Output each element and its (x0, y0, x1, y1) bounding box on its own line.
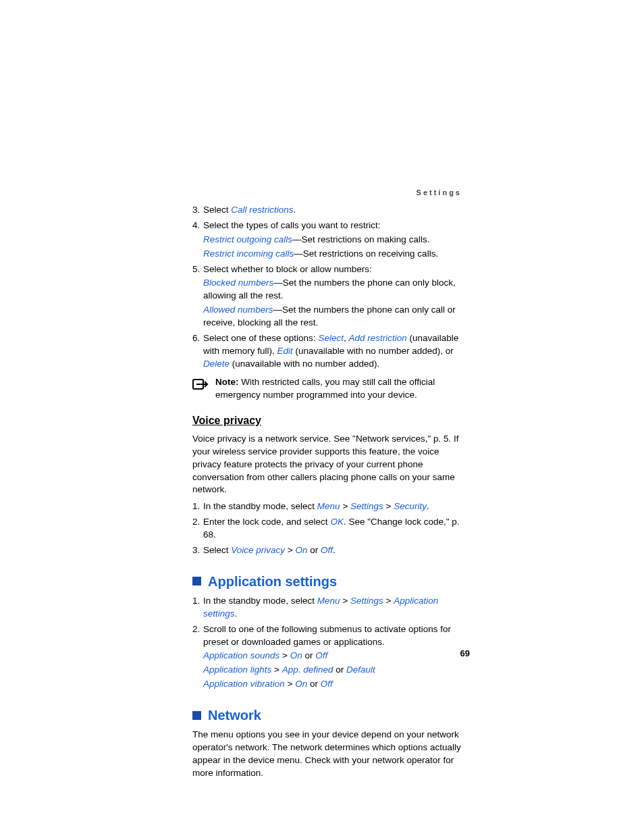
step-number: 3. (192, 544, 203, 557)
link-add-restriction[interactable]: Add restriction (348, 333, 406, 343)
heading-text: Application settings (208, 572, 337, 591)
link-security[interactable]: Security (394, 501, 427, 511)
step-text: Select whether to block or allow numbers… (203, 263, 466, 330)
text: —Set restrictions on making calls. (292, 234, 429, 244)
step-number: 2. (192, 623, 203, 691)
link-call-restrictions[interactable]: Call restrictions (231, 205, 293, 215)
link-on[interactable]: On (295, 545, 307, 555)
link-application-vibration[interactable]: Application vibration (203, 679, 285, 689)
step-text: In the standby mode, select Menu > Setti… (203, 595, 466, 621)
text: > (271, 664, 281, 675)
link-delete[interactable]: Delete (203, 359, 230, 369)
text: Select whether to block or allow numbers… (203, 264, 372, 274)
text: or (307, 545, 321, 555)
text: . (294, 205, 296, 215)
step-5: 5. Select whether to block or allow numb… (192, 263, 466, 330)
text: . (427, 501, 429, 511)
link-menu[interactable]: Menu (317, 501, 340, 511)
link-settings[interactable]: Settings (350, 596, 383, 606)
note-text: Note: With restricted calls, you may sti… (215, 376, 466, 402)
heading-application-settings: Application settings (192, 572, 466, 591)
link-settings[interactable]: Settings (350, 501, 383, 511)
steps-list-app-settings: 1. In the standby mode, select Menu > Se… (192, 595, 466, 691)
text: Select the types of calls you want to re… (203, 220, 381, 230)
heading-network: Network (192, 706, 466, 725)
heading-text: Network (208, 706, 261, 725)
note-icon (192, 376, 215, 402)
page: Settings 3. Select Call restrictions. 4.… (0, 0, 644, 834)
note-block: Note: With restricted calls, you may sti… (192, 376, 466, 402)
square-bullet-icon (192, 711, 201, 720)
text: Select (203, 205, 231, 215)
link-app-defined[interactable]: App. defined (282, 664, 333, 675)
step-6: 6. Select one of these options: Select, … (192, 332, 466, 371)
text: or (307, 679, 321, 689)
link-voice-privacy[interactable]: Voice privacy (231, 545, 285, 555)
as-step-1: 1. In the standby mode, select Menu > Se… (192, 595, 466, 621)
text: Enter the lock code, and select (203, 517, 330, 527)
step-3: 3. Select Call restrictions. (192, 204, 466, 217)
link-allowed-numbers[interactable]: Allowed numbers (203, 305, 273, 315)
step-text: In the standby mode, select Menu > Setti… (203, 500, 466, 513)
heading-voice-privacy: Voice privacy (192, 413, 466, 428)
text: In the standby mode, select (203, 501, 317, 511)
link-select[interactable]: Select (318, 333, 344, 343)
text: In the standby mode, select (203, 596, 317, 606)
text: —Set restrictions on receiving calls. (294, 249, 438, 259)
text: Scroll to one of the following submenus … (203, 624, 451, 647)
text: Select (203, 545, 231, 555)
page-number: 69 (460, 648, 470, 660)
square-bullet-icon (192, 577, 201, 585)
vp-step-2: 2. Enter the lock code, and select OK. S… (192, 516, 466, 542)
step-text: Select one of these options: Select, Add… (203, 332, 466, 371)
step-number: 3. (192, 204, 203, 217)
step-text: Enter the lock code, and select OK. See … (203, 516, 466, 542)
link-application-lights[interactable]: Application lights (203, 664, 271, 675)
text: > (383, 596, 394, 606)
step-text: Select Voice privacy > On or Off. (203, 544, 466, 557)
text: (unavailable with no number added), or (293, 346, 454, 356)
as-step-2: 2. Scroll to one of the following submen… (192, 623, 466, 691)
step-4: 4. Select the types of calls you want to… (192, 219, 466, 261)
link-off[interactable]: Off (321, 545, 333, 555)
link-off[interactable]: Off (321, 679, 333, 689)
step-number: 4. (192, 219, 203, 261)
step-number: 2. (192, 516, 203, 542)
link-on[interactable]: On (290, 650, 302, 660)
voice-privacy-paragraph: Voice privacy is a network service. See … (192, 433, 466, 496)
text: > (279, 650, 290, 660)
vp-step-3: 3. Select Voice privacy > On or Off. (192, 544, 466, 557)
text: or (333, 664, 347, 675)
steps-list-voice-privacy: 1. In the standby mode, select Menu > Se… (192, 500, 466, 557)
step-text: Select the types of calls you want to re… (203, 219, 466, 261)
text: . (333, 545, 336, 555)
text: . (235, 608, 238, 619)
network-paragraph: The menu options you see in your device … (192, 729, 466, 780)
link-restrict-outgoing[interactable]: Restrict outgoing calls (203, 234, 292, 244)
step-number: 1. (192, 500, 203, 513)
step-text: Select Call restrictions. (203, 204, 466, 217)
link-blocked-numbers[interactable]: Blocked numbers (203, 278, 273, 288)
link-ok[interactable]: OK (330, 517, 344, 527)
text: > (340, 501, 350, 511)
link-on[interactable]: On (295, 679, 307, 689)
link-off[interactable]: Off (315, 650, 327, 660)
link-default[interactable]: Default (346, 664, 375, 675)
link-application-sounds[interactable]: Application sounds (203, 650, 279, 660)
link-restrict-incoming[interactable]: Restrict incoming calls (203, 249, 294, 259)
text: > (285, 679, 295, 689)
steps-list-1: 3. Select Call restrictions. 4. Select t… (192, 204, 466, 371)
step-number: 6. (192, 332, 203, 371)
vp-step-1: 1. In the standby mode, select Menu > Se… (192, 500, 466, 513)
note-label: Note: (215, 377, 241, 387)
link-edit[interactable]: Edit (277, 346, 293, 356)
step-number: 1. (192, 595, 203, 621)
link-menu[interactable]: Menu (317, 596, 340, 606)
text: > (340, 596, 350, 606)
text: Select one of these options: (203, 333, 318, 343)
text: or (302, 650, 316, 660)
text: > (285, 545, 295, 555)
note-body: With restricted calls, you may still cal… (215, 377, 435, 400)
text: (unavailable with no number added). (230, 359, 379, 369)
step-text: Scroll to one of the following submenus … (203, 623, 466, 691)
